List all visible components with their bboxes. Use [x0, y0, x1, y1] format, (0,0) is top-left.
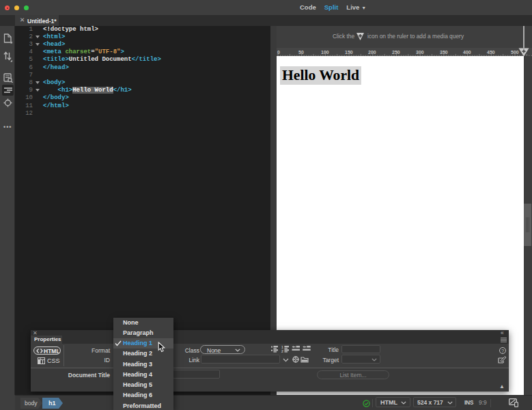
svg-text:400: 400: [463, 50, 471, 55]
svg-text:100: 100: [321, 50, 329, 55]
svg-text:2: 2: [281, 349, 283, 353]
svg-text:250: 250: [392, 50, 400, 55]
svg-text:450: 450: [487, 50, 495, 55]
svg-text:200: 200: [368, 50, 376, 55]
svg-text:50: 50: [298, 50, 304, 55]
